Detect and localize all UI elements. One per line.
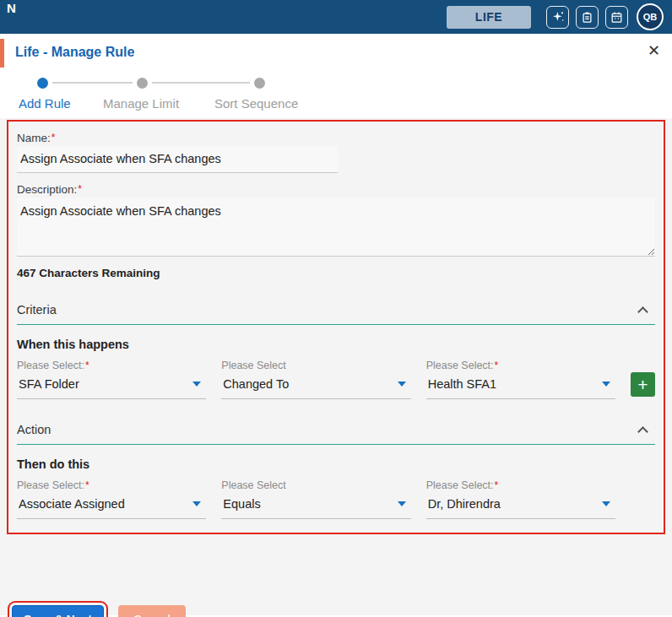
criteria-value-dropdown[interactable]: Please Select:* Health SFA1: [426, 360, 615, 399]
dropdown-value-row: Dr, Dhirendra: [426, 495, 615, 519]
step-label-sort-sequence: Sort Sequence: [214, 96, 298, 111]
dialog-body: Name:* Description:* Assign Associate wh…: [0, 118, 672, 615]
dropdown-label-text: Please Select:: [17, 360, 84, 371]
dropdown-value: Equals: [223, 497, 260, 511]
dropdown-value: Associate Assigned: [19, 497, 125, 511]
dropdown-value-row: Equals: [221, 495, 410, 519]
step-label-manage-limit: Manage Limit: [103, 96, 179, 111]
calendar-icon[interactable]: [605, 6, 628, 29]
characters-remaining: 467 Characters Remaining: [17, 267, 655, 279]
action-section-header: Action: [17, 423, 655, 445]
accent-bar: [0, 39, 4, 68]
save-next-button[interactable]: Save & Next: [12, 605, 104, 617]
dropdown-arrow-icon: [192, 382, 201, 387]
stepper: Add Rule Manage Limit Sort Sequence: [0, 69, 672, 118]
description-label-text: Description:: [17, 183, 77, 196]
required-marker: *: [78, 183, 82, 195]
step-dot-sort-sequence[interactable]: [254, 78, 265, 89]
required-marker: *: [495, 479, 499, 491]
cancel-button[interactable]: Cancel: [118, 605, 186, 617]
dropdown-label: Please Select:*: [17, 360, 206, 371]
clipboard-icon[interactable]: [576, 6, 599, 29]
dropdown-value: Health SFA1: [428, 377, 496, 391]
add-criteria-button[interactable]: +: [631, 372, 655, 397]
criteria-subtitle: When this happens: [17, 338, 655, 351]
collapse-chevron-icon[interactable]: [637, 306, 648, 317]
dialog-actions: Save & Next Cancel: [0, 605, 672, 617]
dropdown-value: SFA Folder: [19, 377, 79, 391]
step-dot-manage-limit[interactable]: [137, 78, 148, 89]
name-input[interactable]: [17, 146, 338, 173]
dropdown-value: Dr, Dhirendra: [428, 497, 501, 511]
criteria-fields-row: Please Select:* SFA Folder Please Select…: [17, 360, 655, 399]
step-label-add-rule: Add Rule: [19, 96, 71, 111]
action-title: Action: [17, 423, 51, 436]
action-subtitle: Then do this: [17, 457, 655, 471]
dropdown-value-row: SFA Folder: [17, 376, 206, 399]
logo-fragment: N: [7, 1, 16, 15]
dropdown-label-text: Please Select: [221, 360, 285, 371]
action-value-dropdown[interactable]: Please Select:* Dr, Dhirendra: [426, 479, 615, 519]
dropdown-label-text: Please Select:: [426, 360, 494, 371]
action-field-dropdown[interactable]: Please Select:* Associate Assigned: [17, 479, 206, 519]
criteria-title: Criteria: [17, 303, 57, 317]
required-marker: *: [51, 132, 56, 143]
description-textarea[interactable]: Assign Associate when SFA changes: [17, 198, 655, 257]
step-dot-add-rule[interactable]: [37, 78, 48, 89]
dropdown-label: Please Select:*: [426, 479, 615, 491]
required-marker: *: [85, 360, 89, 371]
dropdown-arrow-icon: [602, 501, 610, 506]
dropdown-label: Please Select:*: [426, 360, 615, 371]
dropdown-arrow-icon: [398, 501, 406, 506]
dropdown-arrow-icon: [192, 501, 201, 506]
sparkle-icon[interactable]: [546, 6, 569, 29]
life-button[interactable]: LIFE: [447, 6, 531, 29]
page-title: Life - Manage Rule: [15, 45, 658, 60]
required-marker: *: [495, 360, 499, 371]
dropdown-label-text: Please Select:: [17, 479, 84, 491]
collapse-chevron-icon[interactable]: [637, 426, 648, 437]
step-connector: [152, 82, 250, 84]
required-marker: *: [85, 479, 89, 491]
dropdown-value-row: Associate Assigned: [17, 495, 206, 519]
dialog-header: Life - Manage Rule ✕: [0, 34, 672, 69]
dropdown-label: Please Select:*: [17, 479, 206, 491]
dropdown-arrow-icon: [602, 382, 610, 387]
close-icon[interactable]: ✕: [648, 43, 660, 58]
avatar[interactable]: QB: [637, 3, 664, 30]
topbar-actions: LIFE QB: [447, 3, 664, 30]
step-connector: [52, 82, 133, 84]
dropdown-label: Please Select: [221, 360, 410, 371]
dropdown-label-text: Please Select: [221, 479, 285, 491]
criteria-section-header: Criteria: [17, 303, 655, 325]
action-fields-row: Please Select:* Associate Assigned Pleas…: [17, 479, 655, 519]
criteria-field-dropdown[interactable]: Please Select:* SFA Folder: [17, 360, 206, 399]
dropdown-value-row: Health SFA1: [426, 376, 615, 399]
dropdown-label-text: Please Select:: [426, 479, 494, 491]
top-navigation-bar: N LIFE: [0, 0, 672, 34]
dropdown-arrow-icon: [398, 382, 406, 387]
dropdown-value: Changed To: [223, 377, 289, 391]
dropdown-value-row: Changed To: [221, 376, 410, 399]
rule-form: Name:* Description:* Assign Associate wh…: [7, 120, 665, 534]
criteria-operator-dropdown[interactable]: Please Select Changed To: [221, 360, 410, 399]
name-label-text: Name:: [17, 132, 51, 144]
name-label: Name:*: [17, 132, 655, 144]
dropdown-label: Please Select: [221, 479, 410, 491]
action-operator-dropdown[interactable]: Please Select Equals: [221, 479, 410, 519]
description-label: Description:*: [17, 183, 655, 196]
